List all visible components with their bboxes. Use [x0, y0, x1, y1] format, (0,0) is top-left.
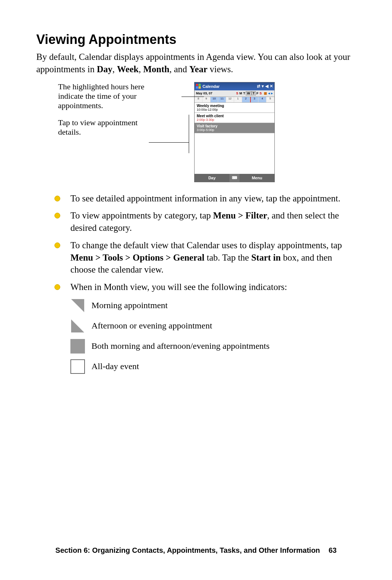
softkey-bar: Day ⌨ Menu — [195, 174, 274, 182]
figure-block: The highlighted hours here indicate the … — [36, 82, 356, 182]
callout-tap-details: Tap to view appointment details. — [58, 118, 160, 137]
hour-cell: 5 — [266, 97, 274, 102]
phone-titlebar: Calendar ⇄ ▾ ◀ ✕ — [195, 82, 274, 90]
hour-cell: 10 — [211, 97, 219, 102]
windows-start-icon[interactable] — [196, 84, 201, 89]
text-bold: Day — [97, 64, 113, 74]
softkey-left[interactable]: Day — [195, 174, 229, 182]
section-heading: Viewing Appointments — [36, 32, 356, 47]
text: , and — [170, 64, 189, 74]
indicator-legend: Morning appointment Afternoon or evening… — [36, 298, 356, 374]
softkey-right[interactable]: Menu — [240, 174, 274, 182]
keyboard-icon[interactable]: ⌨ — [229, 174, 240, 182]
intro-paragraph: By default, Calendar displays appointmen… — [36, 51, 356, 75]
dow-wed[interactable]: W — [246, 91, 252, 95]
text-bold: Menu > Filter — [213, 211, 267, 220]
appointment-row[interactable]: Meet with client 2:00p-3:30p — [195, 113, 274, 123]
text-bold: Start in — [251, 253, 281, 262]
allday-indicator-icon — [70, 359, 85, 374]
weekday-strip[interactable]: SMTWTFS — [236, 91, 262, 95]
legend-label: Both morning and afternoon/evening appoi… — [91, 341, 270, 351]
bullet-item: To view appointments by category, tap Me… — [54, 209, 356, 234]
dow-mon[interactable]: M — [239, 91, 243, 95]
legend-row: Morning appointment — [70, 298, 356, 313]
dow-fri[interactable]: F — [256, 91, 259, 95]
dow-thu[interactable]: T — [252, 91, 256, 95]
hour-cell: 12 — [226, 97, 234, 102]
callout-leader-line — [149, 142, 189, 143]
legend-label: Morning appointment — [91, 301, 168, 310]
hour-cell: 4 — [258, 97, 266, 102]
empty-area — [195, 133, 274, 174]
afternoon-indicator-icon — [70, 319, 85, 333]
callout-leader-line — [181, 97, 204, 97]
page-footer: Section 6: Organizing Contacts, Appointm… — [0, 546, 392, 555]
date-bar: May 03, 07 SMTWTFS ▦ ◂ ▸ — [195, 90, 274, 97]
callout-leader-line — [189, 115, 189, 153]
signal-icon: ▾ — [262, 84, 264, 89]
text: , — [113, 64, 117, 74]
hour-cell: 3 — [250, 97, 259, 102]
text: tab. Tap the — [204, 253, 251, 262]
current-date[interactable]: May 03, 07 — [196, 91, 212, 95]
footer-section: Section 6: Organizing Contacts, Appointm… — [56, 546, 320, 554]
appt-time: 3:00p-5:00p — [197, 128, 272, 132]
page-number: 63 — [328, 546, 336, 554]
dow-sat[interactable]: S — [259, 91, 262, 95]
hour-cell: 1 — [234, 97, 242, 102]
legend-row: Afternoon or evening appointment — [70, 319, 356, 333]
appt-time: 10:00a-12:00p — [197, 108, 272, 111]
legend-row: Both morning and afternoon/evening appoi… — [70, 339, 356, 354]
hour-cell: 11 — [218, 97, 226, 102]
speaker-icon[interactable]: ◀ — [265, 84, 268, 89]
text: To change the default view that Calendar… — [70, 240, 342, 250]
next-arrow-icon[interactable]: ▸ — [271, 91, 273, 95]
appointment-row-selected[interactable]: Visit factory 3:00p-5:00p — [195, 123, 274, 133]
text-bold: Menu > Tools > Options > General — [70, 253, 204, 262]
bullet-item: To see detailed appointment information … — [54, 192, 356, 205]
appointment-row[interactable]: Weekly meeting 10:00a-12:00p — [195, 103, 274, 113]
text-bold: Week — [117, 64, 139, 74]
hour-cell: 8 — [195, 97, 203, 102]
appt-title: Visit factory — [197, 124, 272, 128]
text: To view appointments by category, tap — [70, 211, 213, 220]
legend-label: All-day event — [91, 362, 139, 371]
calendar-picker-icon[interactable]: ▦ — [264, 91, 267, 95]
appt-title: Meet with client — [197, 114, 272, 118]
hour-header: 8 9 10 11 12 1 2 3 4 5 — [195, 97, 274, 103]
bullet-item: To change the default view that Calendar… — [54, 239, 356, 276]
hour-cell: 9 — [203, 97, 211, 102]
phone-screenshot: Calendar ⇄ ▾ ◀ ✕ May 03, 07 SMTWTFS ▦ ◂ … — [194, 82, 275, 182]
appt-time: 2:00p-3:30p — [197, 118, 272, 122]
close-icon[interactable]: ✕ — [270, 84, 273, 89]
callout-text: The highlighted hours here indicate the … — [58, 82, 160, 144]
text-bold: Year — [189, 64, 208, 74]
text-bold: Month — [143, 64, 169, 74]
both-indicator-icon — [70, 339, 85, 354]
bullet-list: To see detailed appointment information … — [36, 192, 356, 293]
appt-title: Weekly meeting — [197, 104, 272, 108]
text: , — [139, 64, 143, 74]
callout-highlight-hours: The highlighted hours here indicate the … — [58, 82, 160, 111]
connectivity-icon[interactable]: ⇄ — [257, 84, 260, 89]
text: views. — [210, 64, 233, 74]
legend-row: All-day event — [70, 359, 356, 374]
app-title: Calendar — [203, 84, 220, 89]
hour-cell: 2 — [242, 97, 250, 102]
prev-arrow-icon[interactable]: ◂ — [268, 91, 270, 95]
legend-label: Afternoon or evening appointment — [91, 321, 212, 331]
bullet-item: When in Month view, you will see the fol… — [54, 281, 356, 293]
morning-indicator-icon — [70, 298, 85, 313]
